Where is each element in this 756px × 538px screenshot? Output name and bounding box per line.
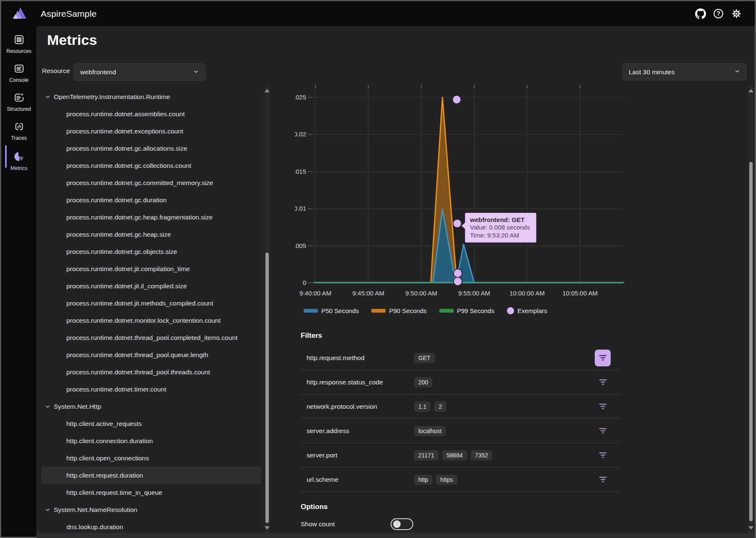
filter-funnel-icon[interactable]	[595, 471, 611, 488]
filter-funnel-icon[interactable]	[595, 447, 611, 464]
github-icon[interactable]	[695, 8, 706, 19]
filter-values: 200	[414, 377, 432, 387]
metrics-chart[interactable]: 00.0050.010.0150.020.0259:40:00 AM9:45:0…	[295, 83, 635, 309]
svg-text:?: ?	[717, 10, 720, 17]
scroll-down-arrow[interactable]	[748, 526, 753, 530]
metric-item-row[interactable]: process.runtime.dotnet.gc.duration	[41, 191, 261, 209]
metric-item-row[interactable]: process.runtime.dotnet.monitor.lock_cont…	[41, 312, 261, 329]
tree-scrollbar-thumb[interactable]	[265, 253, 269, 523]
metric-item-row[interactable]: process.runtime.dotnet.thread_pool.queue…	[41, 346, 261, 363]
metric-label: process.runtime.dotnet.gc.duration	[66, 196, 167, 204]
resource-select-value: webfrontend	[80, 68, 116, 76]
metric-item-row[interactable]: process.runtime.dotnet.timer.count	[41, 381, 261, 398]
horizontal-scrollbar[interactable]	[37, 533, 755, 538]
metric-label: process.runtime.dotnet.jit.methods_compi…	[66, 300, 213, 307]
filter-attribute-name: http.request.method	[307, 354, 414, 362]
metric-item-row[interactable]: process.runtime.dotnet.gc.heap.size	[41, 226, 261, 243]
legend-item[interactable]: Exemplars	[507, 307, 547, 314]
sidebar-item-traces[interactable]: Traces	[1, 118, 37, 144]
metric-label: process.runtime.dotnet.jit.il_compiled.s…	[66, 282, 187, 290]
metric-label: process.runtime.dotnet.thread_pool.queue…	[66, 351, 208, 359]
metric-item-row[interactable]: process.runtime.dotnet.exceptions.count	[41, 123, 261, 140]
exemplar-dot[interactable]	[454, 269, 462, 277]
filter-row: http.request.methodGET	[301, 346, 620, 370]
metric-item-row[interactable]: process.runtime.dotnet.assemblies.count	[41, 105, 261, 123]
console-icon	[13, 63, 25, 76]
panel-scrollbar-thumb[interactable]	[749, 162, 753, 521]
svg-text:0.025: 0.025	[295, 94, 306, 101]
metric-item-row[interactable]: http.client.open_connections	[41, 449, 261, 467]
scroll-down-arrow[interactable]	[265, 526, 270, 530]
chevron-down-icon[interactable]	[45, 507, 53, 513]
sidebar-item-resources[interactable]: Resources	[1, 31, 37, 57]
svg-text:9:50:00 AM: 9:50:00 AM	[405, 290, 437, 297]
time-range-select[interactable]: Last 30 minutes	[622, 63, 747, 81]
filter-value-chip: GET	[414, 353, 435, 363]
settings-icon[interactable]	[731, 8, 742, 19]
sidebar-item-console[interactable]: Console	[1, 60, 37, 86]
filter-value-chip: 58684	[442, 450, 467, 460]
metrics-pie-icon	[13, 151, 25, 164]
legend-item[interactable]: P99 Seconds	[439, 307, 494, 314]
metric-item-row[interactable]: process.runtime.dotnet.gc.heap.fragmenta…	[41, 209, 261, 226]
chevron-down-icon[interactable]	[45, 94, 53, 100]
metric-item-row[interactable]: process.runtime.dotnet.thread_pool.threa…	[41, 363, 261, 381]
filter-value-chip: 2	[434, 402, 446, 412]
resource-select[interactable]: webfrontend	[74, 63, 205, 81]
filter-funnel-icon[interactable]	[595, 423, 611, 439]
structured-logs-icon	[13, 92, 25, 105]
help-icon[interactable]: ?	[713, 8, 724, 19]
panel-scrollbar[interactable]	[748, 86, 753, 533]
chevron-down-icon[interactable]	[45, 403, 53, 410]
filter-row: server.addresslocalhost	[301, 419, 620, 443]
metric-item-row[interactable]: process.runtime.dotnet.gc.objects.size	[41, 243, 261, 260]
show-count-toggle[interactable]	[391, 518, 413, 530]
metrics-tree: OpenTelemetry.Instrumentation.Runtimepro…	[41, 88, 261, 533]
svg-text:0.02: 0.02	[295, 131, 306, 138]
metric-item-row[interactable]: process.runtime.dotnet.thread_pool.compl…	[41, 329, 261, 346]
filter-values: GET	[414, 353, 435, 363]
filter-row: network.protocol.version1.12	[301, 394, 620, 419]
metric-item-row[interactable]: http.client.request.time_in_queue	[41, 484, 261, 501]
sidebar: Resources Console Structured	[1, 26, 37, 537]
metric-item-row[interactable]: process.runtime.dotnet.jit.compilation_t…	[41, 260, 261, 277]
scroll-up-arrow[interactable]	[265, 89, 270, 92]
metric-item-row[interactable]: dns.lookup.duration	[41, 518, 261, 533]
sidebar-item-structured[interactable]: Structured	[1, 89, 37, 115]
metric-label: process.runtime.dotnet.gc.objects.size	[66, 248, 177, 256]
show-count-row: Show count	[301, 520, 620, 528]
filter-funnel-icon[interactable]	[595, 350, 611, 366]
metric-item-row[interactable]: process.runtime.dotnet.jit.methods_compi…	[41, 295, 261, 312]
metric-item-row[interactable]: process.runtime.dotnet.jit.il_compiled.s…	[41, 277, 261, 295]
filter-funnel-icon[interactable]	[595, 374, 611, 391]
metric-item-row[interactable]: http.client.active_requests	[41, 415, 261, 432]
metric-item-row[interactable]: process.runtime.dotnet.gc.collections.co…	[41, 157, 261, 174]
legend-item[interactable]: P50 Seconds	[304, 307, 359, 314]
exemplar-dot[interactable]	[452, 95, 461, 104]
metric-item-row[interactable]: http.client.request.duration	[41, 467, 261, 484]
svg-text:0.005: 0.005	[295, 242, 306, 249]
legend-line-marker	[439, 309, 454, 313]
exemplar-dot[interactable]	[454, 277, 462, 285]
metric-group-row[interactable]: System.Net.Http	[41, 398, 261, 415]
filter-attribute-name: server.port	[307, 452, 414, 459]
exemplar-dot[interactable]	[453, 219, 462, 228]
metric-item-row[interactable]: process.runtime.dotnet.gc.committed_memo…	[41, 174, 261, 191]
metric-group-row[interactable]: System.Net.NameResolution	[41, 501, 261, 518]
legend-item[interactable]: P90 Seconds	[371, 307, 426, 314]
app-title: AspireSample	[41, 9, 97, 19]
legend-line-marker	[304, 309, 318, 313]
metric-label: process.runtime.dotnet.thread_pool.compl…	[66, 334, 238, 342]
chevron-down-icon	[734, 68, 740, 76]
metric-label: process.runtime.dotnet.gc.heap.fragmenta…	[66, 214, 213, 221]
tooltip-value: Value: 0.008 seconds	[470, 224, 531, 231]
svg-text:10:00:00 AM: 10:00:00 AM	[509, 290, 545, 297]
scroll-up-arrow[interactable]	[748, 89, 753, 92]
metric-group-row[interactable]: OpenTelemetry.Instrumentation.Runtime	[41, 88, 261, 105]
filter-row: http.response.status_code200	[301, 370, 620, 394]
filter-funnel-icon[interactable]	[595, 398, 611, 415]
metric-item-row[interactable]: process.runtime.dotnet.gc.allocations.si…	[41, 140, 261, 157]
metric-item-row[interactable]: http.client.connection.duration	[41, 432, 261, 449]
legend-label: P99 Seconds	[457, 307, 494, 314]
filter-row: server.port21171586847352	[301, 443, 620, 467]
